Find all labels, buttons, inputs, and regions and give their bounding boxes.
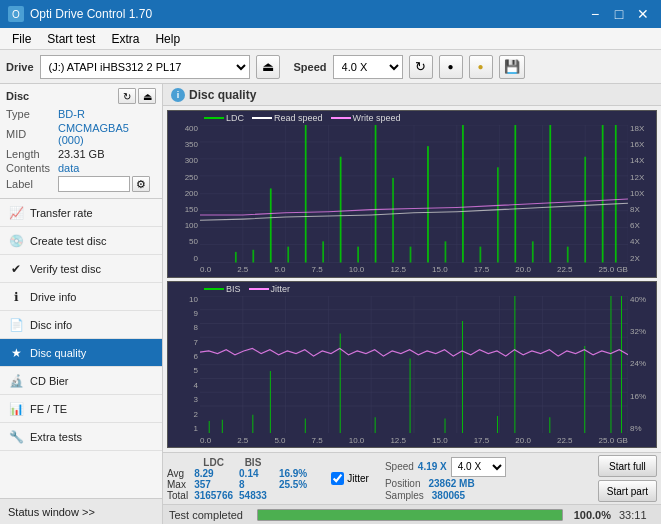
speed-select[interactable]: 4.0 X (333, 55, 403, 79)
sidebar-item-extra-tests[interactable]: 🔧 Extra tests (0, 423, 162, 451)
disc-panel: Disc ↻ ⏏ Type BD-R MID CMCMAGBA5 (000) L… (0, 84, 162, 199)
legend-bis-label: BIS (226, 284, 241, 294)
disc-panel-header: Disc ↻ ⏏ (6, 88, 156, 104)
svg-rect-22 (287, 247, 289, 263)
disc-type-value: BD-R (58, 108, 85, 120)
sidebar-item-disc-quality[interactable]: ★ Disc quality (0, 339, 162, 367)
jitter-max: 25.5% (279, 479, 313, 490)
speed-avg-val: 4.19 X (418, 461, 447, 472)
progress-time: 33:11 (619, 509, 655, 521)
sidebar-item-disc-quality-label: Disc quality (30, 347, 86, 359)
jitter-avg: 16.9% (279, 468, 313, 479)
sidebar-item-fe-te[interactable]: 📊 FE / TE (0, 395, 162, 423)
chart2: BIS Jitter 10 9 8 7 6 5 4 3 (167, 281, 657, 449)
maximize-button[interactable]: □ (609, 5, 629, 23)
minimize-button[interactable]: − (585, 5, 605, 23)
progress-bar-row: Test completed 100.0% 33:11 (163, 504, 661, 524)
menu-start-test[interactable]: Start test (39, 30, 103, 48)
disc-quality-icon-badge: i (171, 88, 185, 102)
close-button[interactable]: ✕ (633, 5, 653, 23)
svg-rect-62 (209, 421, 210, 434)
svg-rect-27 (375, 125, 377, 263)
action-btn-1[interactable]: ● (439, 55, 463, 79)
chart1-y-axis-left: 400 350 300 250 200 150 100 50 0 (168, 125, 200, 263)
sidebar-item-cd-bier-label: CD Bier (30, 375, 69, 387)
svg-rect-21 (270, 188, 272, 262)
svg-rect-75 (584, 346, 585, 434)
svg-rect-34 (497, 167, 499, 262)
chart2-y-axis-right: 40% 32% 24% 16% 8% (628, 296, 656, 434)
disc-length-row: Length 23.31 GB (6, 148, 156, 160)
disc-contents-label: Contents (6, 162, 58, 174)
sidebar-item-verify-test-disc[interactable]: ✔ Verify test disc (0, 255, 162, 283)
svg-rect-32 (462, 125, 464, 263)
nav-items: 📈 Transfer rate 💿 Create test disc ✔ Ver… (0, 199, 162, 498)
disc-type-label: Type (6, 108, 58, 120)
sidebar-item-drive-info[interactable]: ℹ Drive info (0, 283, 162, 311)
drive-info-icon: ℹ (8, 289, 24, 305)
svg-rect-71 (462, 321, 463, 434)
action-btn-2[interactable]: ● (469, 55, 493, 79)
svg-rect-37 (549, 125, 551, 263)
sidebar-item-create-test-disc[interactable]: 💿 Create test disc (0, 227, 162, 255)
speed-label: Speed (294, 61, 327, 73)
svg-rect-41 (615, 125, 617, 263)
svg-rect-31 (445, 241, 447, 262)
menu-file[interactable]: File (4, 30, 39, 48)
save-button[interactable]: 💾 (499, 55, 525, 79)
menu-extra[interactable]: Extra (103, 30, 147, 48)
chart1-svg (200, 125, 628, 263)
disc-type-row: Type BD-R (6, 108, 156, 120)
stats-table: LDC BIS Avg 8.29 0.14 16.9% Max (167, 457, 319, 501)
eject-button[interactable]: ⏏ (256, 55, 280, 79)
svg-rect-40 (602, 125, 604, 263)
transfer-rate-icon: 📈 (8, 205, 24, 221)
chart1: LDC Read speed Write speed 400 350 300 (167, 110, 657, 278)
status-window-button[interactable]: Status window >> (0, 498, 162, 524)
refresh-button[interactable]: ↻ (409, 55, 433, 79)
svg-rect-76 (611, 296, 612, 434)
charts-container: LDC Read speed Write speed 400 350 300 (163, 106, 661, 452)
speed-select-sm[interactable]: 4.0 X (451, 457, 506, 477)
disc-refresh-btn[interactable]: ↻ (118, 88, 136, 104)
content-area: i Disc quality LDC Read speed (163, 84, 661, 524)
drive-select[interactable]: (J:) ATAPI iHBS312 2 PL17 (40, 55, 250, 79)
sidebar-item-disc-info-label: Disc info (30, 319, 72, 331)
disc-label-btn[interactable]: ⚙ (132, 176, 150, 192)
svg-rect-39 (584, 157, 586, 263)
chart2-x-axis: 0.02.55.07.510.012.515.017.520.022.525.0… (200, 433, 628, 447)
svg-rect-65 (270, 371, 271, 434)
svg-rect-63 (222, 419, 223, 433)
legend-ldc-label: LDC (226, 113, 244, 123)
chart1-x-axis: 0.02.55.07.510.012.515.017.520.022.525.0… (200, 263, 628, 277)
start-part-button[interactable]: Start part (598, 480, 657, 502)
start-full-button[interactable]: Start full (598, 455, 657, 477)
chart2-y-axis-left: 10 9 8 7 6 5 4 3 2 1 (168, 296, 200, 434)
disc-contents-value: data (58, 162, 79, 174)
sidebar-item-fe-te-label: FE / TE (30, 403, 67, 415)
bis-avg: 0.14 (239, 468, 273, 479)
sidebar-item-transfer-rate-label: Transfer rate (30, 207, 93, 219)
svg-rect-23 (305, 125, 307, 263)
sidebar-item-disc-info[interactable]: 📄 Disc info (0, 311, 162, 339)
position-value: 23862 MB (428, 478, 474, 489)
menu-help[interactable]: Help (147, 30, 188, 48)
disc-info-icon: 📄 (8, 317, 24, 333)
progress-percent: 100.0% (571, 509, 611, 521)
sidebar-item-transfer-rate[interactable]: 📈 Transfer rate (0, 199, 162, 227)
svg-rect-69 (410, 358, 411, 433)
svg-rect-30 (427, 146, 429, 262)
svg-rect-36 (532, 241, 534, 262)
sidebar-item-cd-bier[interactable]: 🔬 CD Bier (0, 367, 162, 395)
chart2-legend: BIS Jitter (204, 284, 290, 294)
status-window-label: Status window >> (8, 506, 95, 518)
svg-rect-68 (375, 417, 376, 433)
jitter-checkbox[interactable] (331, 472, 344, 485)
disc-label-input[interactable] (58, 176, 130, 192)
disc-mid-value: CMCMAGBA5 (000) (58, 122, 156, 146)
disc-eject-btn[interactable]: ⏏ (138, 88, 156, 104)
svg-rect-66 (305, 418, 306, 433)
svg-rect-73 (514, 296, 515, 434)
svg-rect-70 (445, 418, 446, 433)
max-label: Max (167, 479, 194, 490)
